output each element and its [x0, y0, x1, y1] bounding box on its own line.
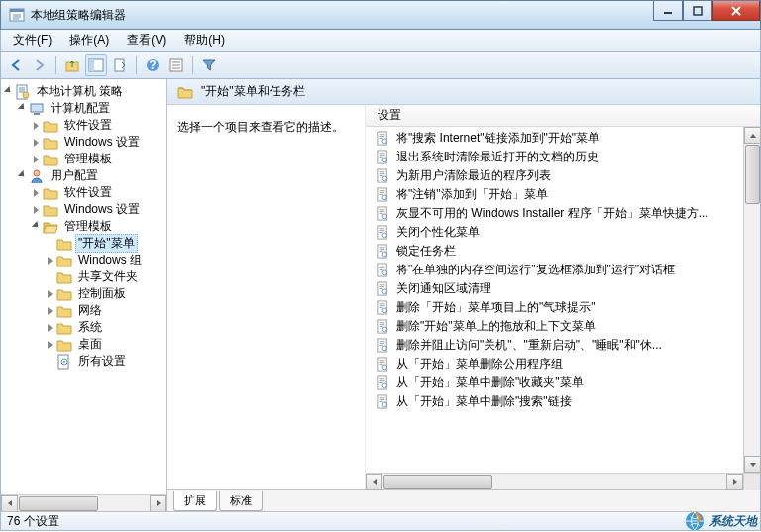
tab-standard[interactable]: 标准 [219, 491, 263, 511]
tree-node-6[interactable]: 软件设置 [3, 184, 164, 201]
settings-item[interactable]: 为新用户清除最近的程序列表 [376, 166, 760, 185]
scroll-left-button[interactable] [1, 495, 18, 512]
scroll-up-button[interactable] [744, 127, 761, 144]
expander-icon[interactable] [31, 188, 41, 198]
tree-h-scrollbar[interactable] [1, 494, 166, 511]
back-button[interactable] [5, 54, 27, 76]
description-prompt: 选择一个项目来查看它的描述。 [177, 120, 344, 134]
settings-item[interactable]: 将"在单独的内存空间运行"复选框添加到"运行"对话框 [376, 261, 760, 279]
titlebar: 本地组策略编辑器 [0, 0, 761, 30]
up-folder-button[interactable] [61, 54, 83, 76]
tree-node-4[interactable]: 管理模板 [3, 151, 164, 167]
menu-file[interactable]: 文件(F) [5, 30, 59, 51]
tree-node-11[interactable]: 共享文件夹 [3, 268, 164, 285]
help-button[interactable]: ? [142, 54, 163, 76]
expander-icon[interactable] [45, 340, 54, 350]
tree-node-label: 共享文件夹 [75, 268, 141, 285]
expander-icon[interactable] [31, 222, 41, 232]
settings-item-label: 删除「开始」菜单项目上的"气球提示" [396, 299, 596, 316]
expander-icon[interactable] [17, 104, 27, 114]
expander-icon[interactable] [31, 138, 41, 148]
filter-button[interactable] [198, 54, 220, 76]
main-area: 本地计算机 策略计算机配置软件设置Windows 设置管理模板用户配置软件设置W… [0, 79, 761, 511]
policy-icon [376, 300, 390, 315]
settings-item[interactable]: 灰显不可用的 Windows Installer 程序「开始」菜单快捷方... [376, 204, 760, 223]
policy-icon [376, 187, 390, 202]
minimize-button[interactable] [653, 1, 683, 21]
settings-item[interactable]: 关闭个性化菜单 [376, 223, 760, 242]
menu-help[interactable]: 帮助(H) [176, 30, 233, 51]
tree-node-7[interactable]: Windows 设置 [3, 201, 164, 218]
tree-node-3[interactable]: Windows 设置 [3, 134, 164, 151]
menu-view[interactable]: 查看(V) [119, 30, 174, 51]
settings-item-label: 灰显不可用的 Windows Installer 程序「开始」菜单快捷方... [396, 205, 708, 222]
folder-open-icon [177, 84, 193, 100]
show-tree-button[interactable] [85, 54, 107, 76]
tree-node-12[interactable]: 控制面板 [3, 285, 164, 302]
settings-item[interactable]: 从「开始」菜单删除公用程序组 [376, 355, 760, 373]
tree-node-8[interactable]: 管理模板 [3, 218, 164, 235]
svg-rect-14 [34, 113, 40, 115]
settings-item[interactable]: 从「开始」菜单中删除"搜索"链接 [376, 392, 760, 411]
scroll-thumb-h-2[interactable] [383, 475, 492, 489]
settings-item[interactable]: 退出系统时清除最近打开的文档的历史 [376, 148, 760, 166]
expander-icon[interactable] [45, 256, 54, 266]
policy-icon [376, 319, 390, 334]
scroll-thumb-h[interactable] [19, 496, 98, 511]
settings-item-label: 删除并阻止访问"关机"、"重新启动"、"睡眠"和"休... [396, 337, 662, 354]
detail-body: 选择一个项目来查看它的描述。 设置 将"搜索 Internet"链接添加到"开始… [167, 105, 760, 489]
settings-v-scrollbar[interactable] [743, 127, 760, 473]
settings-item[interactable]: 删除并阻止访问"关机"、"重新启动"、"睡眠"和"休... [376, 336, 760, 355]
window-title: 本地组策略编辑器 [31, 7, 126, 24]
policy-icon [376, 394, 390, 409]
tree-node-label: 用户配置 [48, 167, 101, 184]
expander-icon[interactable] [45, 306, 54, 316]
forward-button[interactable] [29, 54, 51, 76]
scroll-right-button-2[interactable] [726, 474, 743, 490]
tree-node-1[interactable]: 计算机配置 [3, 100, 164, 117]
tree-node-13[interactable]: 网络 [3, 302, 164, 319]
settings-item[interactable]: 锁定任务栏 [376, 242, 760, 261]
policy-icon [376, 375, 390, 390]
settings-item[interactable]: 将"注销"添加到「开始」菜单 [376, 185, 760, 204]
tree-node-10[interactable]: Windows 组 [3, 252, 164, 268]
maximize-button[interactable] [683, 1, 712, 21]
expander-icon[interactable] [3, 87, 13, 97]
scroll-left-button-2[interactable] [366, 474, 382, 490]
tree-node-14[interactable]: 系统 [3, 319, 164, 336]
settings-list: 将"搜索 Internet"链接添加到"开始"菜单退出系统时清除最近打开的文档的… [366, 127, 760, 413]
close-button[interactable] [712, 1, 760, 21]
tree-node-2[interactable]: 软件设置 [3, 117, 164, 134]
globe-icon [684, 510, 706, 532]
settings-item[interactable]: 删除「开始」菜单项目上的"气球提示" [376, 298, 760, 317]
scroll-thumb-v[interactable] [745, 145, 760, 204]
tree-node-0[interactable]: 本地计算机 策略 [3, 83, 164, 100]
settings-item-label: 将"在单独的内存空间运行"复选框添加到"运行"对话框 [396, 262, 675, 278]
expander-icon[interactable] [31, 155, 41, 164]
settings-h-scrollbar[interactable] [366, 473, 760, 489]
expander-icon[interactable] [45, 323, 54, 333]
tree-node-15[interactable]: 桌面 [3, 336, 164, 353]
tree-node-9[interactable]: "开始"菜单 [3, 235, 164, 252]
detail-panel: "开始"菜单和任务栏 选择一个项目来查看它的描述。 设置 将"搜索 Intern… [167, 79, 760, 511]
scroll-right-button[interactable] [150, 495, 166, 512]
settings-item[interactable]: 将"搜索 Internet"链接添加到"开始"菜单 [376, 129, 760, 148]
toolbar: ? [0, 52, 761, 79]
expander-icon[interactable] [31, 205, 41, 215]
tree-node-16[interactable]: 所有设置 [3, 353, 164, 370]
app-icon [9, 7, 25, 23]
settings-item[interactable]: 关闭通知区域清理 [376, 279, 760, 298]
expander-icon[interactable] [31, 121, 41, 131]
settings-item[interactable]: 删除"开始"菜单上的拖放和上下文菜单 [376, 317, 760, 336]
export-button[interactable] [109, 54, 131, 76]
tree-node-5[interactable]: 用户配置 [3, 167, 164, 184]
properties-button[interactable] [165, 54, 187, 76]
window-controls [653, 1, 760, 21]
settings-item[interactable]: 从「开始」菜单中删除"收藏夹"菜单 [376, 373, 760, 392]
tab-extended[interactable]: 扩展 [173, 491, 217, 511]
expander-icon[interactable] [17, 171, 27, 181]
expander-icon[interactable] [45, 289, 54, 299]
scroll-down-button[interactable] [744, 456, 761, 473]
menu-action[interactable]: 操作(A) [61, 30, 117, 51]
settings-column-header[interactable]: 设置 [366, 105, 760, 127]
